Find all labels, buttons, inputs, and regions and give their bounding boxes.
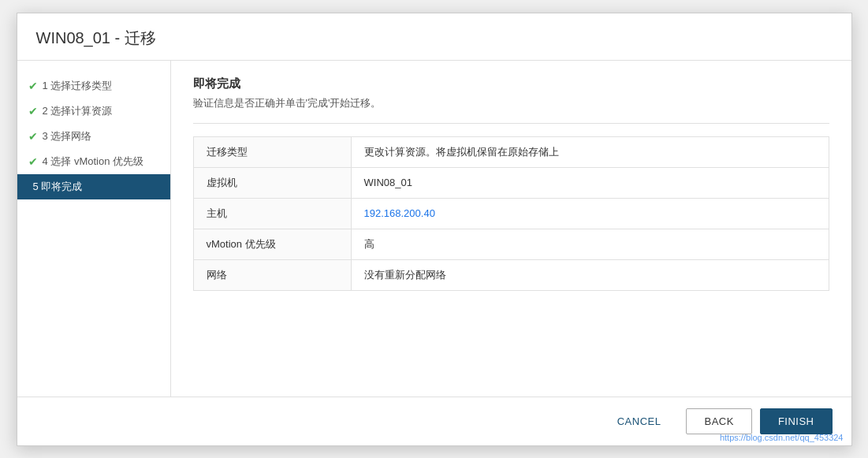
finish-button[interactable]: FINISH [760, 408, 833, 434]
sidebar-item-step4[interactable]: ✔4 选择 vMotion 优先级 [17, 149, 170, 174]
row-value: WIN08_01 [351, 167, 829, 198]
sidebar-item-label: 5 即将完成 [33, 180, 83, 194]
summary-table: 迁移类型更改计算资源。将虚拟机保留在原始存储上虚拟机WIN08_01主机192.… [193, 136, 829, 291]
row-value: 192.168.200.40 [351, 198, 829, 229]
section-subtitle: 验证信息是否正确并单击'完成'开始迁移。 [193, 96, 829, 110]
divider [193, 123, 829, 124]
row-value: 高 [351, 229, 829, 259]
sidebar-item-step3[interactable]: ✔3 选择网络 [17, 124, 170, 149]
row-label: 主机 [193, 198, 351, 229]
row-label: 网络 [193, 259, 351, 290]
sidebar: ✔1 选择迁移类型✔2 选择计算资源✔3 选择网络✔4 选择 vMotion 优… [17, 61, 171, 397]
row-label: 迁移类型 [193, 136, 351, 167]
dialog-body: ✔1 选择迁移类型✔2 选择计算资源✔3 选择网络✔4 选择 vMotion 优… [17, 61, 851, 397]
table-row: 网络没有重新分配网络 [193, 259, 829, 290]
sidebar-item-label: 2 选择计算资源 [43, 104, 113, 118]
check-icon: ✔ [28, 80, 38, 92]
back-button[interactable]: BACK [686, 408, 751, 434]
table-row: vMotion 优先级高 [193, 229, 829, 259]
sidebar-item-label: 3 选择网络 [43, 129, 92, 143]
check-icon: ✔ [28, 105, 38, 117]
section-title: 即将完成 [193, 76, 829, 91]
cancel-button[interactable]: CANCEL [600, 409, 679, 434]
table-row: 迁移类型更改计算资源。将虚拟机保留在原始存储上 [193, 136, 829, 167]
row-label: 虚拟机 [193, 167, 351, 198]
dialog-header: WIN08_01 - 迁移 [17, 13, 851, 61]
check-icon: ✔ [28, 130, 38, 143]
row-value: 更改计算资源。将虚拟机保留在原始存储上 [351, 136, 829, 167]
check-icon: ✔ [28, 155, 38, 168]
migrate-dialog: WIN08_01 - 迁移 ✔1 选择迁移类型✔2 选择计算资源✔3 选择网络✔… [17, 13, 852, 446]
main-content: 即将完成 验证信息是否正确并单击'完成'开始迁移。 迁移类型更改计算资源。将虚拟… [171, 61, 851, 397]
row-value: 没有重新分配网络 [351, 259, 829, 290]
watermark: https://blog.csdn.net/qq_453324 [720, 433, 844, 442]
table-row: 虚拟机WIN08_01 [193, 167, 829, 198]
dialog-title: WIN08_01 - 迁移 [36, 28, 833, 49]
sidebar-item-step2[interactable]: ✔2 选择计算资源 [17, 99, 170, 124]
sidebar-item-label: 1 选择迁移类型 [43, 79, 113, 93]
sidebar-item-label: 4 选择 vMotion 优先级 [43, 155, 144, 169]
table-row: 主机192.168.200.40 [193, 198, 829, 229]
sidebar-item-step1[interactable]: ✔1 选择迁移类型 [17, 73, 170, 99]
row-label: vMotion 优先级 [193, 229, 351, 259]
sidebar-item-step5[interactable]: 5 即将完成 [17, 174, 170, 199]
